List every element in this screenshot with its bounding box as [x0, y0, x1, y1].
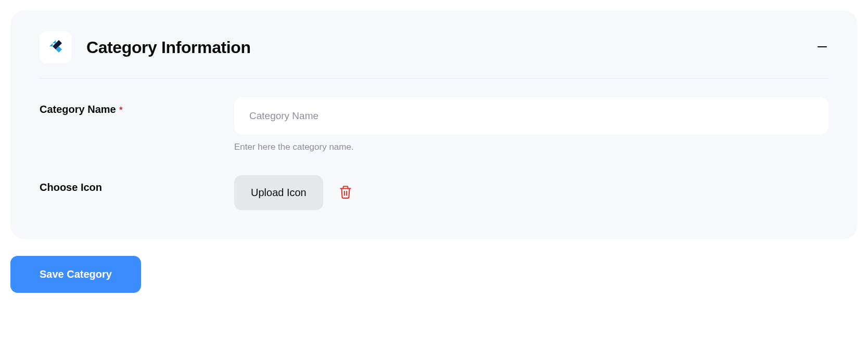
card-header: Category Information: [40, 31, 828, 79]
choose-icon-field-col: Upload Icon: [234, 175, 828, 210]
choose-icon-row: Choose Icon Upload Icon: [40, 175, 828, 210]
category-name-input[interactable]: [234, 97, 828, 135]
category-information-card: Category Information Category Name * Ent…: [10, 10, 858, 239]
trash-icon: [339, 185, 352, 201]
card-icon-box: [40, 31, 72, 63]
upload-row: Upload Icon: [234, 175, 828, 210]
save-category-button[interactable]: Save Category: [10, 256, 141, 293]
minus-icon: [817, 42, 827, 54]
card-header-left: Category Information: [40, 31, 251, 63]
category-name-field-col: Enter here the category name.: [234, 97, 828, 152]
category-name-label-col: Category Name *: [40, 97, 234, 115]
upload-icon-button[interactable]: Upload Icon: [234, 175, 323, 210]
category-name-row: Category Name * Enter here the category …: [40, 97, 828, 152]
choose-icon-label: Choose Icon: [40, 182, 102, 193]
required-marker: *: [119, 106, 122, 114]
category-icon: [46, 37, 65, 58]
category-name-help: Enter here the category name.: [234, 142, 828, 152]
collapse-button[interactable]: [816, 41, 828, 54]
choose-icon-label-col: Choose Icon: [40, 175, 234, 193]
delete-icon-button[interactable]: [338, 185, 353, 201]
card-title: Category Information: [86, 38, 251, 57]
category-name-label: Category Name: [40, 104, 116, 115]
